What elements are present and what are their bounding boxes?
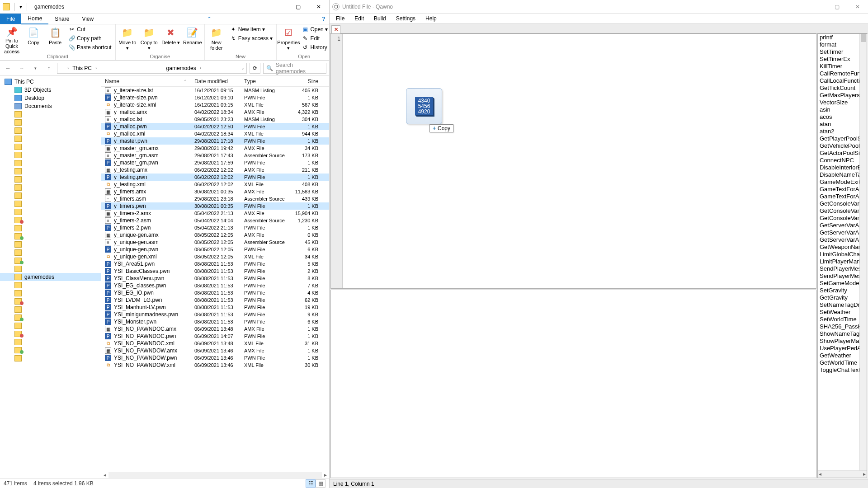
file-row[interactable]: ▦y_timers-2.amx05/04/2022 21:13AMX File1…	[101, 210, 329, 217]
file-row[interactable]: Py_timers.pwn30/08/2021 00:35PWN File1 K…	[101, 202, 329, 210]
col-modified[interactable]: Date modified	[191, 78, 241, 84]
file-row[interactable]: Py_malloc.pwn04/02/2022 12:50PWN File1 K…	[101, 123, 329, 130]
tab-share[interactable]: Share	[48, 14, 75, 24]
minimize-button[interactable]: —	[806, 0, 826, 14]
tree-3d-objects[interactable]: 3D Objects	[0, 86, 101, 94]
help-icon[interactable]: ?	[318, 14, 329, 24]
qat-dropdown-icon[interactable]: ▾	[19, 4, 22, 10]
tree-item[interactable]	[0, 224, 101, 232]
file-row[interactable]: ⧉y_malloc.xml04/02/2022 18:34XML File944…	[101, 130, 329, 137]
tree-item[interactable]	[0, 297, 101, 305]
refresh-button[interactable]: ⟳	[250, 63, 260, 74]
chevron-right-icon[interactable]: ›	[67, 66, 69, 70]
scroll-right-icon[interactable]: ▸	[322, 472, 329, 478]
file-row[interactable]: ≡y_master_gm.asm29/08/2021 17:43Assemble…	[101, 152, 329, 159]
maximize-button[interactable]: ▢	[826, 0, 847, 14]
recent-button[interactable]: ▾	[30, 63, 41, 74]
file-row[interactable]: ≡y_malloc.lst09/05/2021 23:23MASM Listin…	[101, 116, 329, 123]
history-button[interactable]: ↺History	[300, 43, 330, 52]
tree-item[interactable]	[0, 354, 101, 362]
thumbnails-view-button[interactable]: ▦	[316, 479, 326, 488]
file-row[interactable]: PYSI_EG_IO.pwn08/08/2021 11:53PWN File4 …	[101, 289, 329, 296]
col-name[interactable]: Name⌃	[101, 78, 191, 84]
file-row[interactable]: PYSI_Manhunt-LV.pwn08/08/2021 11:53PWN F…	[101, 304, 329, 311]
tree-item[interactable]	[0, 249, 101, 257]
file-row[interactable]: PYSI_Area51.pwn08/08/2021 11:53PWN File5…	[101, 260, 329, 267]
file-row[interactable]: Py_testing.pwn06/02/2022 12:02PWN File1 …	[101, 174, 329, 181]
file-row[interactable]: ≡y_timers.asm29/08/2021 23:18Assembler S…	[101, 195, 329, 202]
menu-help[interactable]: Help	[421, 15, 441, 22]
file-row[interactable]: ⧉y_testing.xml06/02/2022 12:02XML File40…	[101, 181, 329, 188]
tree-item[interactable]	[0, 265, 101, 273]
tab-home[interactable]: Home	[21, 14, 48, 24]
rename-button[interactable]: 📝Rename	[183, 25, 203, 52]
tree-item[interactable]	[0, 200, 101, 208]
up-button[interactable]: ↑	[43, 63, 54, 74]
breadcrumb-this-pc[interactable]: This PC	[71, 65, 94, 71]
file-row[interactable]: PYSI_ClassMenu.pwn08/08/2021 11:53PWN Fi…	[101, 275, 329, 282]
chevron-right-icon[interactable]: ›	[95, 66, 97, 70]
file-row[interactable]: PYSI_NO_PAWNDOC.pwn06/09/2021 14:07PWN F…	[101, 333, 329, 340]
file-row[interactable]: ⧉YSI_NO_PAWNDOW.xml06/09/2021 13:46XML F…	[101, 361, 329, 369]
search-input[interactable]: 🔍 Search gamemodes	[263, 63, 326, 74]
copy-path-button[interactable]: 🔗Copy path	[67, 34, 113, 42]
pin-quick-access-button[interactable]: 📌Pin to Quick access	[2, 25, 22, 52]
copy-to-button[interactable]: 📁Copy to ▾	[139, 25, 159, 52]
tree-item[interactable]	[0, 143, 101, 151]
file-row[interactable]: ⧉y_unique-gen.xml08/05/2022 12:05XML Fil…	[101, 253, 329, 260]
tree-item[interactable]	[0, 127, 101, 135]
tree-item[interactable]	[0, 330, 101, 338]
tree-item[interactable]	[0, 232, 101, 240]
details-view-button[interactable]: ☷	[306, 479, 316, 488]
v-scrollbar[interactable]	[859, 34, 867, 470]
function-list[interactable]: printfformatSetTimerSetTimerExKillTimerC…	[817, 33, 867, 478]
file-row[interactable]: PYSI_Monster.pwn08/08/2021 11:53PWN File…	[101, 318, 329, 325]
file-row[interactable]: ≡y_unique-gen.asm08/05/2022 12:05Assembl…	[101, 239, 329, 246]
tree-item[interactable]	[0, 208, 101, 216]
tree-item[interactable]	[0, 118, 101, 127]
file-row[interactable]: PYSI_EG_classes.pwn08/08/2021 11:53PWN F…	[101, 282, 329, 289]
file-row[interactable]: ⧉YSI_NO_PAWNDOC.xml06/09/2021 13:48XML F…	[101, 340, 329, 347]
open-button[interactable]: ▣Open ▾	[300, 25, 330, 33]
move-to-button[interactable]: 📁Move to ▾	[118, 25, 137, 52]
address-bar[interactable]: › This PC › gamemodes › ⌄	[57, 63, 247, 74]
properties-button[interactable]: ☑Properties ▾	[278, 25, 298, 52]
tree-item[interactable]	[0, 289, 101, 297]
back-button[interactable]: ←	[3, 63, 14, 74]
easy-access-button[interactable]: ↯Easy access ▾	[228, 34, 275, 42]
tree-desktop[interactable]: Desktop	[0, 94, 101, 102]
file-row[interactable]: PYSI_BasicClasses.pwn08/08/2021 11:53PWN…	[101, 267, 329, 275]
menu-edit[interactable]: Edit	[350, 15, 368, 22]
copy-button[interactable]: 📄Copy	[24, 25, 43, 52]
file-row[interactable]: ▦YSI_NO_PAWNDOC.amx06/09/2021 13:48AMX F…	[101, 325, 329, 333]
tree-item[interactable]	[0, 281, 101, 289]
file-row[interactable]: ▦y_master_gm.amx29/08/2021 19:42AMX File…	[101, 145, 329, 152]
tab-close-button[interactable]: ✕	[331, 25, 340, 33]
edit-button[interactable]: ✎Edit	[300, 34, 330, 42]
new-item-button[interactable]: ✦New item ▾	[228, 25, 275, 33]
file-row[interactable]: ▦y_unique-gen.amx08/05/2022 12:05AMX Fil…	[101, 231, 329, 239]
tree-item[interactable]	[0, 151, 101, 159]
breadcrumb-gamemodes[interactable]: gamemodes	[165, 65, 198, 71]
file-row[interactable]: ▦y_malloc.amx04/02/2022 18:34AMX File4,3…	[101, 108, 329, 116]
menu-build[interactable]: Build	[369, 15, 391, 22]
tree-item[interactable]	[0, 183, 101, 192]
col-type[interactable]: Type	[241, 78, 290, 84]
nav-tree[interactable]: This PC 3D Objects Desktop Documents gam…	[0, 76, 101, 478]
file-row[interactable]: Py_iterate-size.pwn16/12/2021 09:10PWN F…	[101, 94, 329, 101]
file-row[interactable]: ⧉y_iterate-size.xml16/12/2021 09:15XML F…	[101, 101, 329, 108]
file-row[interactable]: ▦y_timers.amx30/08/2021 00:35AMX File11,…	[101, 188, 329, 195]
file-row[interactable]: ▦y_testing.amx06/02/2022 12:02AMX File21…	[101, 166, 329, 174]
chevron-down-icon[interactable]: ⌄	[241, 66, 245, 70]
file-row[interactable]: ≡y_timers-2.asm05/04/2022 14:04Assembler…	[101, 217, 329, 224]
scroll-left-icon[interactable]: ◂	[101, 472, 108, 478]
new-folder-button[interactable]: 📁New folder	[207, 25, 226, 52]
tree-item[interactable]	[0, 167, 101, 175]
chevron-right-icon[interactable]: ›	[200, 66, 201, 70]
tab-view[interactable]: View	[75, 14, 100, 24]
tree-item[interactable]	[0, 110, 101, 118]
tree-item[interactable]	[0, 175, 101, 183]
ribbon-collapse-icon[interactable]: ⌃	[204, 14, 215, 24]
tree-item[interactable]	[0, 314, 101, 322]
forward-button[interactable]: →	[16, 63, 27, 74]
